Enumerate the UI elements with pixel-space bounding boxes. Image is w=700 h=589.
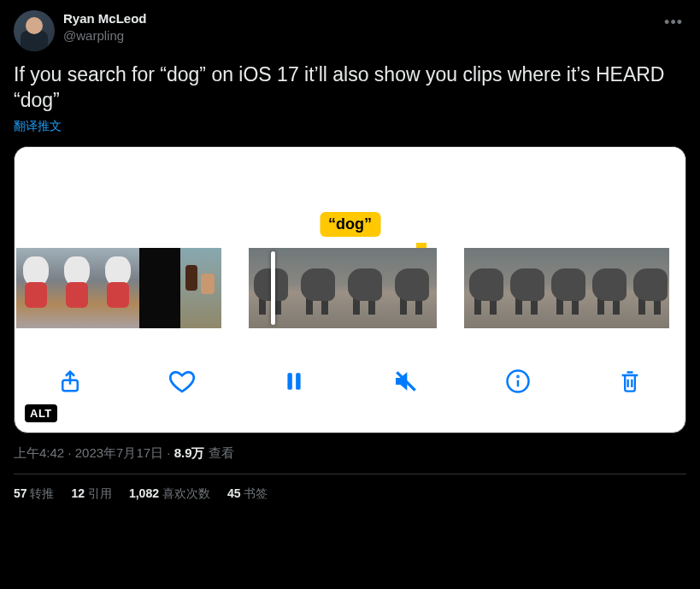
avatar[interactable] (14, 10, 55, 51)
tweet-time[interactable]: 上午4:42 (14, 445, 64, 460)
quotes-stat[interactable]: 12 引用 (71, 486, 111, 502)
video-clip[interactable] (16, 248, 221, 328)
tweet-stats: 57 转推 12 引用 1,082 喜欢次数 45 书签 (14, 474, 686, 502)
video-clip[interactable] (464, 248, 669, 328)
tweet-header: Ryan McLeod @warpling ••• (14, 10, 686, 51)
video-timeline[interactable] (15, 248, 685, 328)
media-toolbar (15, 328, 685, 433)
user-handle: @warpling (63, 27, 652, 44)
views-count: 8.9万 (174, 445, 205, 460)
mute-icon[interactable] (391, 367, 421, 396)
heart-icon[interactable] (168, 367, 197, 396)
svg-rect-1 (287, 373, 291, 390)
likes-stat[interactable]: 1,082 喜欢次数 (129, 486, 210, 502)
video-clip[interactable] (249, 248, 437, 328)
tweet-container: Ryan McLeod @warpling ••• If you search … (0, 0, 700, 512)
display-name: Ryan McLeod (63, 10, 652, 27)
user-info[interactable]: Ryan McLeod @warpling (63, 10, 652, 44)
media-preview-top: “dog” (15, 147, 685, 248)
svg-point-6 (517, 376, 518, 377)
alt-badge[interactable]: ALT (25, 404, 57, 422)
playhead[interactable] (271, 251, 275, 325)
bookmarks-stat[interactable]: 45 书签 (227, 486, 268, 502)
pause-icon[interactable] (279, 367, 309, 396)
search-term-badge: “dog” (320, 212, 380, 237)
translate-link[interactable]: 翻译推文 (14, 119, 62, 134)
svg-rect-2 (296, 373, 300, 390)
share-icon[interactable] (56, 367, 85, 396)
more-icon[interactable]: ••• (661, 10, 686, 35)
tweet-meta: 上午4:42 · 2023年7月17日 · 8.9万 查看 (14, 445, 686, 474)
media-card[interactable]: “dog” (14, 146, 686, 433)
retweets-stat[interactable]: 57 转推 (14, 486, 54, 502)
tweet-text: If you search for “dog” on iOS 17 it’ll … (14, 62, 686, 113)
views-label: 查看 (205, 445, 234, 460)
trash-icon[interactable] (615, 367, 644, 396)
tweet-date[interactable]: 2023年7月17日 (75, 445, 163, 460)
info-icon[interactable] (503, 367, 532, 396)
